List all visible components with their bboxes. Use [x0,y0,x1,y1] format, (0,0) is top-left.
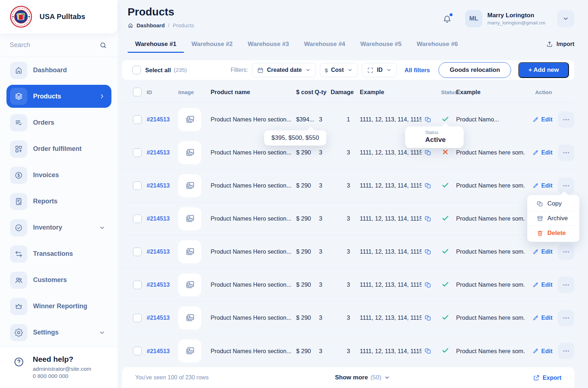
col-example[interactable]: Example [360,89,432,96]
sidebar-item-order-fulfilment[interactable]: Order fulfilment [6,136,111,162]
product-damage: 3 [331,314,357,321]
pencil-icon [532,183,539,189]
product-status [441,313,450,323]
all-filters-link[interactable]: All filters [405,67,430,74]
row-menu-button[interactable] [558,343,574,359]
filter-pill-created-date[interactable]: Created date [252,63,316,77]
add-new-button[interactable]: + Add new [518,62,569,78]
row-checkbox[interactable] [133,115,142,124]
search-input[interactable] [10,41,85,49]
edit-button[interactable]: Edit [532,314,555,321]
edit-button[interactable]: Edit [532,348,555,355]
row-checkbox[interactable] [133,214,142,223]
copy-example-button[interactable] [424,314,432,322]
sidebar-item-transactions[interactable]: Transactions [6,241,111,267]
product-damage: 3 [331,248,357,255]
row-checkbox[interactable] [133,248,142,256]
menu-item-archive[interactable]: Archive [527,211,579,226]
select-all-checkbox[interactable] [132,66,141,74]
copy-example-button[interactable] [424,149,432,156]
copy-example-button[interactable] [424,182,432,189]
col-status[interactable]: Status [441,89,450,95]
tab-warehouse-4[interactable]: Warehouse #4 [297,38,353,52]
avatar[interactable]: ML [465,10,482,27]
product-id-link[interactable]: #214513 [147,149,170,156]
tab-warehouse-1[interactable]: Warehouse #1 [128,38,184,52]
copy-example-button[interactable] [424,116,432,123]
sidebar-item-invoices[interactable]: Invoices [6,162,111,188]
row-checkbox[interactable] [133,181,142,190]
sidebar-item-customers[interactable]: Customers [6,267,111,293]
filter-pill-cost[interactable]: $Cost [320,63,358,77]
sidebar-item-reports[interactable]: Reports [6,188,111,214]
row-menu-button[interactable] [558,177,574,194]
product-damage: 3 [331,348,357,355]
row-checkbox[interactable] [133,148,142,157]
import-button[interactable]: Import [546,38,574,52]
product-id-link[interactable]: #214513 [147,348,170,354]
dots-icon [562,149,570,157]
sidebar-item-settings[interactable]: Settings [6,319,111,346]
col-damage[interactable]: Damage [331,89,357,96]
row-menu-button[interactable] [558,277,574,293]
sidebar-item-inventory[interactable]: Inventory [6,214,111,241]
row-checkbox[interactable] [133,281,142,289]
picture-icon [184,313,195,323]
header-checkbox[interactable] [133,88,142,96]
col-id[interactable]: ID [147,89,178,95]
product-id-link[interactable]: #214513 [147,281,170,288]
row-menu-button[interactable] [558,111,574,128]
row-menu-button[interactable] [558,144,574,161]
breadcrumb-dashboard[interactable]: Dashboard [137,22,165,28]
goods-relocation-button[interactable]: Goods relocation [438,62,511,78]
edit-button[interactable]: Edit [532,248,555,255]
product-image-cell [178,108,201,131]
copy-example-button[interactable] [424,215,432,222]
sidebar-item-dashboard[interactable]: Dashboard [6,57,111,83]
tab-warehouse-2[interactable]: Warehouse #2 [184,38,240,52]
product-id-link[interactable]: #214513 [147,314,170,321]
select-all-label[interactable]: Select all [145,67,171,74]
filter-pill-id[interactable]: ID [362,63,397,77]
grid-plus-icon [14,145,23,153]
row-menu-button[interactable] [558,310,574,326]
topbar: Products Dashboard / Products ML Marry L… [122,0,574,38]
copy-example-button[interactable] [424,347,432,355]
user-menu-button[interactable] [557,10,574,27]
tab-warehouse-5[interactable]: Warehouse #5 [353,38,409,52]
help-email[interactable]: administrator@site.com [33,366,91,372]
notifications-button[interactable] [442,14,452,24]
edit-button[interactable]: Edit [532,149,555,156]
row-menu-button[interactable] [558,244,574,260]
edit-button[interactable]: Edit [532,182,555,189]
sidebar-item-products[interactable]: Products [6,85,111,108]
edit-button[interactable]: Edit [532,281,555,288]
show-more-button[interactable]: Show more (50) [335,374,390,381]
export-button[interactable]: Export [533,374,561,381]
sidebar-item-orders[interactable]: Orders [6,110,111,136]
product-id-link[interactable]: #214513 [147,182,170,189]
copy-example-button[interactable] [424,248,432,255]
help-phone[interactable]: 0 800 000 000 [33,373,91,379]
col-product-name[interactable]: Product name [211,89,296,96]
product-cost: $ 290 [296,248,311,255]
copy-example-button[interactable] [424,281,432,288]
tab-warehouse-6[interactable]: Warehouse #6 [409,38,465,52]
menu-item-copy[interactable]: Copy [527,197,579,211]
product-id-link[interactable]: #214513 [147,215,170,222]
col-qty[interactable]: Q-ty [311,89,331,96]
col-example-2[interactable]: Example [456,89,525,96]
row-checkbox[interactable] [133,314,142,322]
product-image [178,340,201,362]
menu-item-delete[interactable]: Delete [527,226,579,240]
col-cost[interactable]: $ cost [296,89,311,96]
edit-button[interactable]: Edit [532,116,555,123]
sidebar-item-winner-reporting[interactable]: Winner Reporting [6,293,111,319]
product-status [441,214,450,224]
row-checkbox[interactable] [133,347,142,355]
tab-warehouse-3[interactable]: Warehouse #3 [240,38,297,52]
chevron-down-icon [98,224,106,231]
product-id-link[interactable]: #214513 [147,116,170,123]
search-icon[interactable] [99,41,107,49]
product-id-link[interactable]: #214513 [147,248,170,255]
